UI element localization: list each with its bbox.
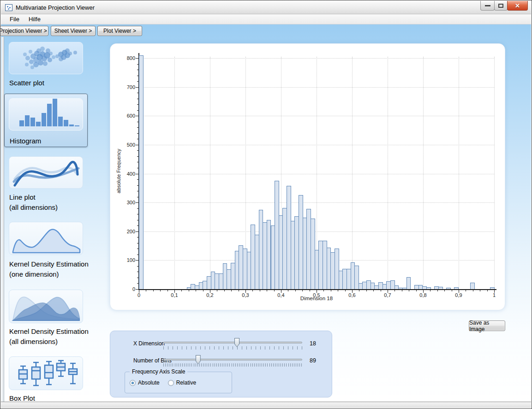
- x-axis-tick: [345, 290, 346, 291]
- x-tick-label: 0,5: [307, 292, 326, 298]
- sidebar-sublabel-kde-one-dimension: (one dimension): [9, 270, 59, 278]
- x-axis-tick: [409, 290, 409, 291]
- sidebar-gutter: [1, 37, 4, 402]
- radio-absolute-label: Absolute: [138, 379, 160, 386]
- y-axis-tick: [136, 58, 139, 59]
- kde-one-dimension-icon: [9, 222, 83, 255]
- sidebar-label-kde-one-dimension: Kernel Density Estimation: [9, 260, 89, 268]
- maximize-button[interactable]: [494, 1, 508, 11]
- minimize-button[interactable]: [480, 1, 495, 11]
- sidebar-label-kde-all-dimensions: Kernel Density Estimation: [9, 327, 89, 335]
- x-axis-tick: [167, 290, 168, 291]
- maximize-icon: [498, 4, 503, 8]
- number-of-bins-slider[interactable]: [163, 359, 302, 361]
- x-dimension-value: 18: [310, 340, 328, 347]
- x-axis-tick: [395, 290, 395, 291]
- x-dimension-slider-ticks: [163, 346, 302, 350]
- chart-panel: absolute Frequency Dimension 18 01002003…: [110, 43, 505, 310]
- scatter-plot-icon: [9, 42, 83, 74]
- x-axis-tick: [160, 290, 161, 291]
- gridline: [459, 57, 459, 289]
- radio-relative[interactable]: Relative: [168, 379, 196, 386]
- gridline: [423, 57, 424, 289]
- plot-control-panel: X Dimension 18 Number of Bins 89 Frequen…: [110, 331, 332, 397]
- y-axis-tick: [136, 116, 139, 116]
- sidebar-label-box-plot: Box Plot: [9, 394, 35, 402]
- box-plot-icon: [9, 357, 83, 390]
- x-axis-tick: [203, 290, 203, 291]
- x-axis-tick: [494, 290, 495, 293]
- x-axis-tick: [459, 290, 459, 293]
- x-axis-tick: [366, 290, 367, 291]
- y-tick-label: 600: [115, 113, 135, 119]
- sidebar-label-line-plot: Line plot: [9, 193, 36, 201]
- y-tick-label: 0: [115, 286, 135, 292]
- histogram-thumb: [9, 98, 83, 130]
- gridline: [174, 57, 175, 289]
- radio-relative-label: Relative: [176, 379, 196, 386]
- y-tick-label: 300: [115, 200, 135, 205]
- sidebar-item-line-plot[interactable]: [9, 156, 83, 189]
- app-window: Multivariate Projection Viewer ✕ File Hi…: [0, 0, 532, 409]
- x-axis-tick: [281, 290, 281, 293]
- x-axis-tick: [295, 290, 296, 291]
- window-controls: ✕: [481, 1, 528, 11]
- sidebar-item-box-plot[interactable]: [9, 356, 83, 390]
- y-tick-label: 800: [115, 55, 135, 61]
- x-axis-tick: [217, 290, 217, 291]
- histogram-bar: [454, 287, 459, 289]
- x-axis-tick: [302, 290, 303, 291]
- x-axis-tick: [196, 290, 196, 291]
- x-axis-tick: [174, 290, 175, 293]
- x-dimension-slider-thumb[interactable]: [234, 338, 239, 347]
- sidebar-item-scatter-plot[interactable]: [9, 42, 83, 74]
- sheet-viewer-button[interactable]: Sheet Viewer >: [51, 26, 96, 36]
- app-icon: [5, 4, 12, 11]
- frequency-axis-scale-options: Absolute Relative: [130, 379, 196, 386]
- save-as-image-button[interactable]: Save as Image: [469, 320, 505, 331]
- close-icon: ✕: [515, 3, 520, 9]
- x-axis-tick: [310, 290, 310, 291]
- gridline: [494, 57, 495, 289]
- x-tick-label: 0,8: [414, 292, 432, 298]
- x-dimension-slider[interactable]: [163, 342, 302, 344]
- projection-viewer-button[interactable]: Projection Viewer >: [0, 26, 48, 36]
- x-tick-label: 0,6: [343, 292, 361, 298]
- title-bar: Multivariate Projection Viewer ✕: [1, 1, 531, 14]
- sidebar-label-scatter-plot: Scatter plot: [9, 79, 44, 87]
- x-tick-label: 1: [485, 292, 503, 298]
- number-of-bins-value: 89: [310, 357, 328, 364]
- sidebar-sublabel-line-plot: (all dimensions): [9, 203, 58, 211]
- sidebar-item-kde-all-dimensions[interactable]: [9, 290, 83, 323]
- x-axis-tick: [331, 290, 331, 291]
- y-tick-label: 100: [115, 257, 135, 263]
- close-button[interactable]: ✕: [507, 1, 528, 11]
- menu-file[interactable]: File: [5, 15, 24, 24]
- x-tick-label: 0,1: [165, 292, 184, 298]
- histogram-bar: [490, 287, 495, 289]
- x-axis-tick: [260, 290, 260, 291]
- sidebar-sublabel-kde-all-dimensions: (all dimensions): [9, 338, 58, 345]
- x-axis-tick: [323, 290, 324, 291]
- radio-absolute[interactable]: Absolute: [130, 379, 160, 386]
- x-tick-label: 0,4: [272, 292, 290, 298]
- menu-hilfe[interactable]: Hilfe: [24, 15, 45, 24]
- sidebar-item-kde-one-dimension[interactable]: [9, 222, 83, 255]
- sidebar-item-histogram[interactable]: Histogram: [4, 94, 88, 147]
- x-axis-tick: [381, 290, 381, 291]
- x-axis-tick: [245, 290, 246, 293]
- x-axis-tick: [473, 290, 473, 291]
- x-tick-label: 0,9: [449, 292, 468, 298]
- y-axis-tick: [136, 289, 139, 290]
- gridline: [210, 57, 210, 289]
- plot-viewer-button[interactable]: Plot Viewer >: [97, 26, 142, 36]
- x-axis-tick: [373, 290, 374, 291]
- histogram-bar: [470, 283, 475, 289]
- x-axis-tick: [224, 290, 225, 291]
- x-axis-tick: [437, 290, 438, 291]
- content-area: Projection Viewer > Sheet Viewer > Plot …: [1, 24, 531, 402]
- histogram-bar: [139, 55, 143, 289]
- y-tick-label: 700: [115, 84, 135, 90]
- number-of-bins-slider-thumb[interactable]: [196, 355, 201, 364]
- x-axis-tick: [430, 290, 430, 291]
